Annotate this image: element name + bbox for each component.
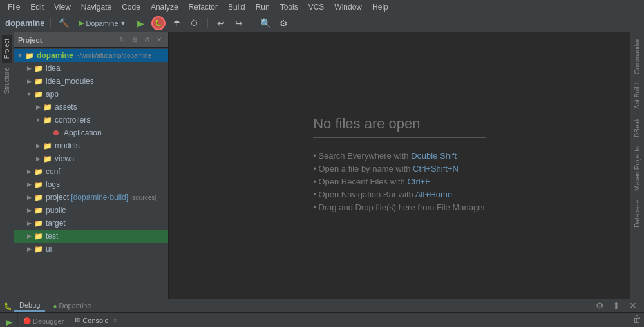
subtab-spacer [123, 313, 630, 327]
folder-icon-views: 📁 [43, 154, 53, 164]
menu-window[interactable]: Window [329, 1, 367, 13]
right-sidebar: Commander Ant Build DBeak Maven Projects… [630, 32, 644, 299]
project-close-button[interactable]: ✕ [154, 35, 164, 45]
left-vertical-tabs: Project Structure [0, 32, 14, 299]
tree-item-test[interactable]: ▶ 📁 test [14, 230, 168, 243]
tree-item-controllers[interactable]: ▼ 📁 controllers [14, 114, 168, 126]
menu-run[interactable]: Run [251, 1, 275, 13]
menu-vcs[interactable]: VCS [303, 1, 330, 13]
resume-btn[interactable]: ▶ [2, 315, 16, 327]
hint-recent-text: Open Recent Files with [318, 177, 407, 186]
tree-label-assets: assets [55, 103, 77, 112]
vtab-project[interactable]: Project [2, 35, 12, 63]
hint-file-name: Open a file by name with Ctrl+Shift+N [313, 164, 486, 173]
project-panel-title: Project [18, 36, 42, 44]
run-config-selector[interactable]: ▶ Dopamine ▼ [75, 16, 129, 30]
folder-icon-controllers: 📁 [43, 115, 53, 125]
tree-label-conf: conf [46, 167, 61, 176]
tree-label-models: models [55, 141, 80, 150]
vtab-structure[interactable]: Structure [2, 64, 12, 98]
tree-arrow-idea-modules: ▶ [24, 78, 33, 84]
redo-button[interactable]: ↪ [232, 16, 246, 30]
settings-button[interactable]: ⚙ [276, 16, 290, 30]
subtab-debugger[interactable]: 🔴 Debugger [18, 313, 69, 327]
menu-analyze[interactable]: Analyze [146, 1, 184, 13]
tree-item-target[interactable]: ▶ 📁 target [14, 217, 168, 230]
debug-run-circle-icon: 🐛 [151, 16, 166, 30]
tree-label-ui: ui [46, 244, 52, 253]
tree-arrow-views: ▶ [33, 155, 43, 162]
tree-item-models[interactable]: ▶ 📁 models [14, 139, 168, 152]
rtab-database[interactable]: Database [632, 196, 642, 232]
console-close-icon[interactable]: ✕ [113, 317, 118, 324]
project-sync-button[interactable]: ↻ [117, 35, 128, 45]
tree-arrow-public: ▶ [24, 207, 33, 213]
console-icon: 🖥 [74, 317, 80, 324]
tree-arrow-controllers: ▼ [33, 117, 43, 123]
tab-dopamine[interactable]: ● Dopamine [48, 301, 96, 311]
menu-view[interactable]: View [49, 1, 76, 13]
menu-edit[interactable]: Edit [25, 1, 49, 13]
tree-label-idea: idea [46, 64, 61, 73]
app-dot-icon [52, 128, 62, 138]
profile-button[interactable]: ⏱ [187, 16, 202, 30]
tree-item-idea[interactable]: ▶ 📁 idea [14, 62, 168, 75]
toolbar-sep3 [252, 18, 252, 28]
tree-item-idea-modules[interactable]: ▶ 📁 idea_modules [14, 75, 168, 88]
rtab-maven[interactable]: Maven Projects [632, 143, 642, 195]
undo-button[interactable]: ↩ [214, 16, 228, 30]
dopamine-tab-icon: ● [53, 302, 57, 310]
tree-arrow-conf: ▶ [24, 168, 33, 175]
debug-settings-btn[interactable]: ⚙ [592, 299, 607, 312]
folder-icon-public: 📁 [33, 205, 44, 215]
bottom-panel: 🐛 Debug ● Dopamine ⚙ ⬆ ✕ ▶ 🔴 Debugger 🖥 … [0, 299, 644, 327]
tree-item-application[interactable]: Application [14, 126, 168, 139]
coverage-button[interactable]: ☂ [169, 16, 184, 30]
root-path: ~/work/afucamp/dopamine [76, 52, 152, 59]
menu-code[interactable]: Code [117, 1, 146, 13]
project-collapse-button[interactable]: ⊟ [129, 35, 140, 45]
rtab-ant-build[interactable]: Ant Build [632, 79, 642, 113]
tree-item-ui[interactable]: ▶ 📁 ui [14, 243, 168, 255]
tree-item-views[interactable]: ▶ 📁 views [14, 152, 168, 165]
tab-debug[interactable]: Debug [14, 300, 45, 312]
rtab-commander[interactable]: Commander [632, 35, 642, 78]
tree-label-application: Application [64, 128, 102, 137]
debug-run-button[interactable]: 🐛 [151, 16, 166, 30]
subtab-console[interactable]: 🖥 Console ✕ [69, 313, 122, 327]
folder-icon-idea-modules: 📁 [33, 76, 44, 86]
tree-arrow-assets: ▶ [33, 104, 43, 110]
tree-item-project-build[interactable]: ▶ 📁 project [dopamine-build] [sources] [14, 191, 168, 204]
hint-recent-shortcut: Ctrl+E [407, 177, 430, 186]
run-button[interactable]: ▶ [133, 16, 147, 30]
tree-item-conf[interactable]: ▶ 📁 conf [14, 165, 168, 178]
menu-help[interactable]: Help [367, 1, 393, 13]
debug-subtab-bar: ▶ 🔴 Debugger 🖥 Console ✕ 🗑 [0, 313, 644, 327]
run-config-icon: ▶ [79, 19, 84, 27]
hint-recent: Open Recent Files with Ctrl+E [313, 177, 486, 186]
menu-tools[interactable]: Tools [275, 1, 303, 13]
rtab-dbeak[interactable]: DBeak [632, 114, 642, 141]
tree-item-public[interactable]: ▶ 📁 public [14, 204, 168, 217]
tree-item-app[interactable]: ▼ 📁 app [14, 88, 168, 101]
console-clear-btn[interactable]: 🗑 [630, 313, 644, 326]
hint-search: Search Everywhere with Double Shift [313, 151, 486, 161]
tree-arrow-test: ▶ [24, 233, 33, 239]
menu-build[interactable]: Build [223, 1, 251, 13]
tree-item-root[interactable]: ▼ 📁 dopamine ~/work/afucamp/dopamine [14, 49, 168, 62]
menu-refactor[interactable]: Refactor [184, 1, 223, 13]
hint-drag-drop: Drag and Drop file(s) here from File Man… [313, 203, 486, 212]
tree-label-target: target [46, 219, 66, 228]
debug-restore-btn[interactable]: ⬆ [609, 299, 623, 312]
folder-icon-ui: 📁 [33, 244, 44, 254]
menu-navigate[interactable]: Navigate [76, 1, 117, 13]
debug-close-btn[interactable]: ✕ [626, 299, 640, 312]
folder-icon-target: 📁 [33, 218, 44, 228]
menu-file[interactable]: File [3, 1, 25, 13]
tree-item-assets[interactable]: ▶ 📁 assets [14, 101, 168, 114]
project-settings-button[interactable]: ⚙ [142, 35, 152, 45]
build-button[interactable]: 🔨 [57, 16, 71, 30]
tree-item-logs[interactable]: ▶ 📁 logs [14, 178, 168, 191]
search-everywhere-button[interactable]: 🔍 [258, 16, 272, 30]
debugger-label: Debugger [33, 317, 64, 325]
